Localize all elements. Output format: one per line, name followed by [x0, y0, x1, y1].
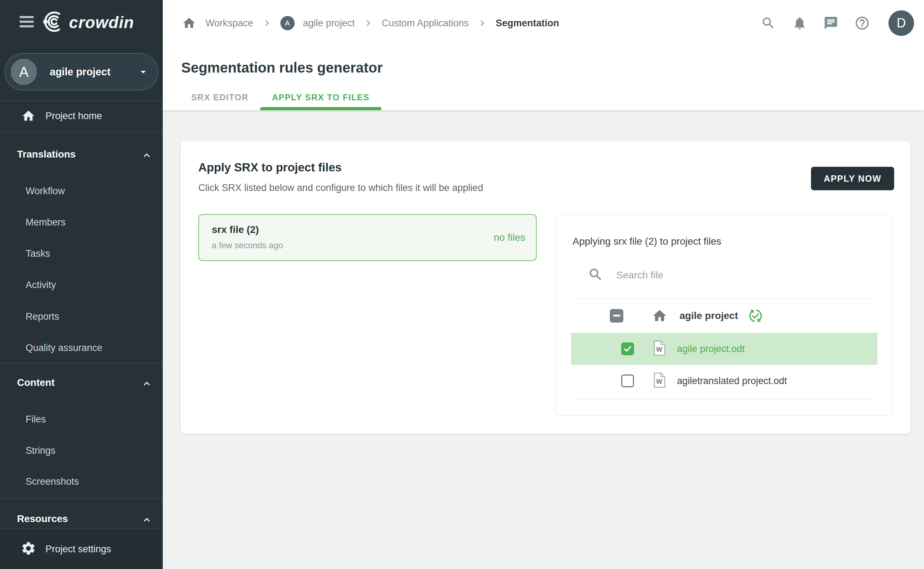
top-actions: D	[760, 10, 914, 36]
tab-srx-editor[interactable]: SRX EDITOR	[179, 85, 260, 110]
search-icon[interactable]	[760, 15, 776, 31]
sidebar-divider	[0, 363, 163, 363]
srx-file-name: srx file (2)	[212, 224, 259, 236]
document-file-icon: W	[653, 340, 666, 358]
sidebar-item-workflow[interactable]: Workflow	[26, 186, 65, 197]
sidebar-item-screenshots[interactable]: Screenshots	[26, 476, 79, 487]
gear-icon	[21, 540, 36, 558]
content-area: Apply SRX to project files Click SRX lis…	[163, 110, 924, 569]
crowdin-logo[interactable]: crowdin	[42, 11, 134, 34]
file-row-agiletranslated-project-odt[interactable]: W agiletranslated project.odt	[571, 365, 877, 397]
sidebar-item-label: Project home	[46, 111, 102, 122]
crowdin-logo-text: crowdin	[69, 13, 134, 32]
sidebar-item-project-settings[interactable]: Project settings	[0, 528, 163, 569]
project-avatar: A	[11, 59, 37, 85]
chevron-right-icon	[477, 18, 487, 28]
sidebar-item-tasks[interactable]: Tasks	[26, 248, 50, 259]
project-selector-label: agile project	[50, 66, 137, 78]
notifications-bell-icon[interactable]	[792, 15, 807, 31]
sidebar-divider	[0, 100, 163, 101]
sidebar-item-files[interactable]: Files	[26, 414, 46, 425]
document-file-icon: W	[653, 372, 666, 389]
search-file-input[interactable]	[616, 269, 875, 281]
sidebar: crowdin A agile project Project home Tra…	[0, 0, 163, 569]
chevron-up-icon[interactable]	[141, 149, 153, 161]
breadcrumb-workspace[interactable]: Workspace	[205, 18, 253, 29]
root-checkbox-indeterminate[interactable]	[610, 309, 624, 323]
tab-label: SRX EDITOR	[191, 93, 249, 102]
files-panel-title: Applying srx file (2) to project files	[572, 236, 721, 247]
svg-text:W: W	[656, 346, 662, 353]
chevron-right-icon	[262, 18, 272, 28]
hamburger-menu-icon[interactable]	[20, 16, 34, 28]
user-avatar[interactable]: D	[888, 10, 914, 36]
sidebar-item-activity[interactable]: Activity	[26, 280, 56, 291]
breadcrumb: Workspace A agile project Custom Applica…	[181, 15, 559, 31]
breadcrumb-project-avatar[interactable]: A	[281, 16, 294, 30]
sidebar-section-content[interactable]: Content	[17, 377, 55, 388]
apply-srx-card: Apply SRX to project files Click SRX lis…	[181, 141, 910, 434]
breadcrumb-current-segmentation: Segmentation	[496, 18, 559, 29]
chevron-right-icon	[363, 18, 373, 28]
tree-root-row: agile project	[555, 298, 892, 333]
sidebar-item-reports[interactable]: Reports	[26, 311, 59, 322]
crowdin-logo-mark-icon	[42, 11, 65, 34]
sync-check-icon[interactable]	[748, 308, 763, 323]
sidebar-section-translations[interactable]: Translations	[17, 149, 76, 160]
sidebar-item-project-home[interactable]: Project home	[0, 105, 163, 127]
panel-divider	[572, 399, 875, 399]
checkbox-unchecked[interactable]	[621, 374, 634, 387]
help-icon[interactable]	[854, 15, 870, 31]
srx-file-modified: a few seconds ago	[212, 240, 283, 250]
sidebar-item-quality-assurance[interactable]: Quality assurance	[26, 342, 102, 353]
page-title: Segmentation rules generator	[181, 60, 383, 76]
sidebar-item-members[interactable]: Members	[26, 217, 66, 228]
svg-text:W: W	[656, 378, 662, 385]
chevron-up-icon[interactable]	[141, 514, 153, 526]
home-icon	[652, 308, 668, 324]
tab-apply-srx-to-files[interactable]: APPLY SRX TO FILES	[260, 85, 381, 110]
home-icon	[21, 109, 36, 123]
search-icon	[588, 267, 604, 284]
caret-down-icon	[137, 66, 149, 78]
card-title: Apply SRX to project files	[198, 161, 341, 174]
sidebar-section-resources[interactable]: Resources	[17, 513, 68, 525]
breadcrumb-home-icon[interactable]	[181, 15, 197, 31]
files-panel: Applying srx file (2) to project files a…	[555, 214, 893, 416]
apply-now-button[interactable]: APPLY NOW	[811, 167, 894, 190]
srx-file-status: no files	[494, 232, 525, 243]
page-header: Segmentation rules generator SRX EDITOR …	[163, 46, 924, 110]
project-selector[interactable]: A agile project	[5, 53, 158, 90]
tabs: SRX EDITOR APPLY SRX TO FILES	[179, 85, 381, 110]
file-search	[572, 264, 875, 286]
root-folder-label: agile project	[680, 310, 738, 321]
checkbox-checked[interactable]	[621, 342, 634, 355]
active-tab-underline	[260, 107, 381, 110]
tab-label: APPLY SRX TO FILES	[272, 93, 370, 102]
messages-chat-icon[interactable]	[823, 15, 839, 31]
file-name: agile project.odt	[677, 344, 745, 354]
sidebar-item-strings[interactable]: Strings	[26, 445, 55, 456]
file-row-agile-project-odt[interactable]: W agile project.odt	[571, 333, 877, 365]
breadcrumb-custom-applications[interactable]: Custom Applications	[382, 18, 469, 29]
file-name: agiletranslated project.odt	[677, 376, 787, 386]
card-subtitle: Click SRX listed below and configure to …	[198, 183, 483, 193]
srx-file-item[interactable]: srx file (2) a few seconds ago no files	[198, 214, 537, 261]
chevron-up-icon[interactable]	[141, 378, 153, 390]
sidebar-divider	[0, 498, 163, 499]
sidebar-item-label: Project settings	[46, 544, 111, 555]
breadcrumb-project[interactable]: agile project	[303, 18, 355, 29]
top-bar: Workspace A agile project Custom Applica…	[163, 0, 924, 47]
